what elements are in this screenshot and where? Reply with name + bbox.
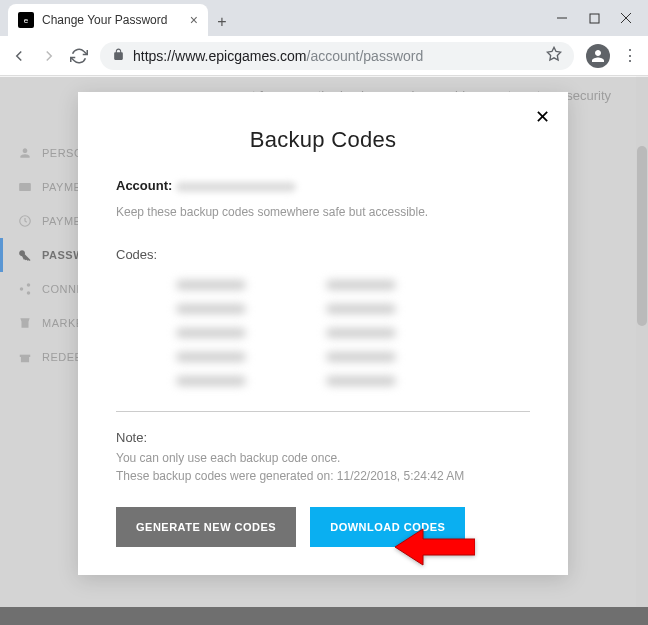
account-value-redacted [176, 182, 296, 192]
close-window-button[interactable] [620, 12, 632, 24]
code-redacted [326, 328, 396, 338]
menu-button[interactable]: ⋮ [622, 46, 638, 65]
hint-text: Keep these backup codes somewhere safe b… [116, 205, 530, 219]
svg-marker-4 [547, 47, 560, 60]
svg-marker-12 [395, 529, 475, 565]
browser-titlebar: e Change Your Password × + [0, 0, 648, 36]
code-redacted [176, 352, 246, 362]
account-row: Account: [116, 178, 530, 193]
code-redacted [326, 304, 396, 314]
annotation-arrow [395, 525, 475, 573]
reload-button[interactable] [70, 47, 88, 65]
close-modal-button[interactable]: ✕ [535, 106, 550, 128]
generate-codes-button[interactable]: GENERATE NEW CODES [116, 507, 296, 547]
maximize-button[interactable] [588, 12, 600, 24]
lock-icon [112, 47, 125, 65]
tab-strip: e Change Your Password × + [0, 4, 556, 36]
bookmark-icon[interactable] [546, 46, 562, 66]
code-redacted [176, 304, 246, 314]
divider [116, 411, 530, 412]
tab-close-icon[interactable]: × [190, 12, 198, 28]
code-redacted [326, 280, 396, 290]
minimize-button[interactable] [556, 12, 568, 24]
backup-codes-modal: ✕ Backup Codes Account: Keep these backu… [78, 92, 568, 575]
code-redacted [176, 376, 246, 386]
modal-title: Backup Codes [78, 92, 568, 178]
code-redacted [176, 328, 246, 338]
code-redacted [326, 376, 396, 386]
back-button[interactable] [10, 47, 28, 65]
forward-button[interactable] [40, 47, 58, 65]
codes-grid [116, 280, 530, 386]
window-controls [556, 12, 648, 36]
tab-title: Change Your Password [42, 13, 182, 27]
note-text: You can only use each backup code once. … [116, 449, 530, 485]
browser-tab[interactable]: e Change Your Password × [8, 4, 208, 36]
codes-label: Codes: [116, 247, 530, 262]
code-redacted [326, 352, 396, 362]
address-bar: https://www.epicgames.com/account/passwo… [0, 36, 648, 76]
url-bar[interactable]: https://www.epicgames.com/account/passwo… [100, 42, 574, 70]
code-redacted [176, 280, 246, 290]
new-tab-button[interactable]: + [208, 8, 236, 36]
favicon: e [18, 12, 34, 28]
profile-icon[interactable] [586, 44, 610, 68]
note-label: Note: [116, 430, 530, 445]
url-text: https://www.epicgames.com/account/passwo… [133, 48, 423, 64]
svg-rect-1 [590, 14, 599, 23]
